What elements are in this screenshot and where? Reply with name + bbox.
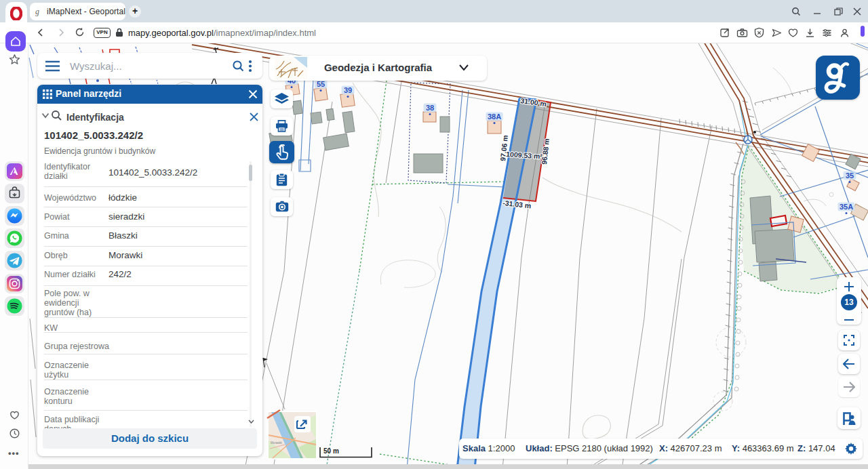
svg-text:55: 55 <box>317 80 325 88</box>
svg-text:Morawki: Morawki <box>271 441 282 445</box>
svg-text:35: 35 <box>846 171 854 180</box>
svg-text:39: 39 <box>344 86 352 94</box>
svg-text:38: 38 <box>426 104 434 112</box>
svg-text:50 m: 50 m <box>323 447 339 455</box>
svg-text:38A: 38A <box>488 113 501 121</box>
svg-text:g: g <box>35 7 39 16</box>
svg-text:35A: 35A <box>840 203 853 211</box>
